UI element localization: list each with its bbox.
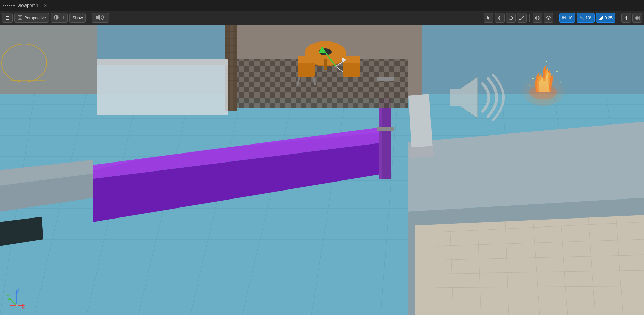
- scale-tool-button[interactable]: [517, 13, 527, 23]
- split-value: 4: [625, 15, 627, 21]
- svg-marker-115: [408, 94, 433, 149]
- svg-rect-19: [635, 18, 637, 20]
- show-button[interactable]: Show: [69, 13, 86, 23]
- audio-icon: [95, 14, 106, 22]
- perspective-label: Perspective: [24, 16, 46, 20]
- svg-rect-107: [377, 127, 394, 131]
- svg-text:Z: Z: [17, 288, 19, 291]
- viewport[interactable]: Z X Y: [0, 25, 644, 315]
- split-layout-button[interactable]: [632, 13, 642, 23]
- world-button[interactable]: [533, 13, 542, 23]
- show-label: Show: [72, 16, 83, 20]
- perspective-icon: [17, 15, 23, 21]
- viewport-title: Viewport 1: [17, 3, 38, 8]
- svg-rect-94: [298, 56, 315, 63]
- audio-button[interactable]: [92, 13, 109, 23]
- svg-marker-49: [415, 215, 644, 315]
- menu-button[interactable]: ☰: [2, 13, 13, 23]
- svg-text:X: X: [22, 306, 25, 309]
- svg-rect-5: [523, 16, 524, 17]
- angle-snap-button[interactable]: 10°: [577, 13, 594, 23]
- separator-2: [112, 14, 112, 22]
- toolbar: ☰ Perspective Lit Show: [0, 11, 644, 25]
- grid-snap-button[interactable]: 10: [559, 13, 575, 23]
- lit-label: Lit: [61, 16, 65, 20]
- scene-canvas: [0, 25, 644, 315]
- svg-rect-120: [97, 59, 228, 115]
- select-tool-button[interactable]: [484, 13, 493, 23]
- svg-point-114: [519, 65, 568, 106]
- svg-rect-121: [97, 59, 228, 65]
- svg-rect-4: [519, 19, 521, 20]
- viewport-icon: [3, 5, 15, 6]
- svg-rect-20: [637, 18, 639, 20]
- svg-rect-18: [637, 16, 639, 18]
- svg-point-111: [546, 61, 547, 62]
- svg-rect-106: [377, 77, 394, 81]
- svg-rect-75: [228, 59, 408, 108]
- scale-snap-button[interactable]: 0.25: [596, 13, 615, 23]
- svg-point-131: [16, 304, 18, 306]
- svg-rect-1: [19, 16, 21, 18]
- lit-button[interactable]: Lit: [51, 13, 68, 23]
- close-button[interactable]: ×: [44, 3, 47, 8]
- svg-rect-10: [562, 16, 564, 17]
- svg-rect-77: [230, 25, 233, 111]
- svg-rect-22: [0, 25, 97, 94]
- toolbar-right: 10 10° 0.25 4: [484, 13, 642, 23]
- svg-rect-0: [18, 15, 22, 19]
- axis-widget: Z X Y: [6, 288, 27, 309]
- menu-icon: ☰: [5, 15, 10, 21]
- svg-rect-12: [562, 18, 564, 19]
- svg-rect-11: [564, 16, 565, 17]
- grid-value: 10: [568, 16, 572, 20]
- surface-snap-button[interactable]: [544, 13, 553, 23]
- svg-marker-116: [408, 146, 434, 158]
- svg-rect-17: [635, 16, 637, 18]
- rotate-tool-button[interactable]: [506, 13, 516, 23]
- move-tool-button[interactable]: [495, 13, 505, 23]
- lit-icon: [54, 15, 59, 21]
- svg-rect-92: [324, 59, 327, 70]
- split-viewport-num[interactable]: 4: [621, 13, 631, 23]
- perspective-button[interactable]: Perspective: [14, 13, 49, 23]
- angle-value: 10°: [585, 16, 591, 20]
- separator-3: [529, 14, 530, 22]
- separator-4: [556, 14, 556, 22]
- separator-5: [618, 14, 618, 22]
- title-bar: Viewport 1 ×: [0, 0, 644, 11]
- svg-rect-13: [564, 18, 565, 19]
- svg-text:Y: Y: [7, 295, 9, 298]
- scale-value: 0.25: [605, 16, 613, 20]
- separator-1: [89, 14, 89, 22]
